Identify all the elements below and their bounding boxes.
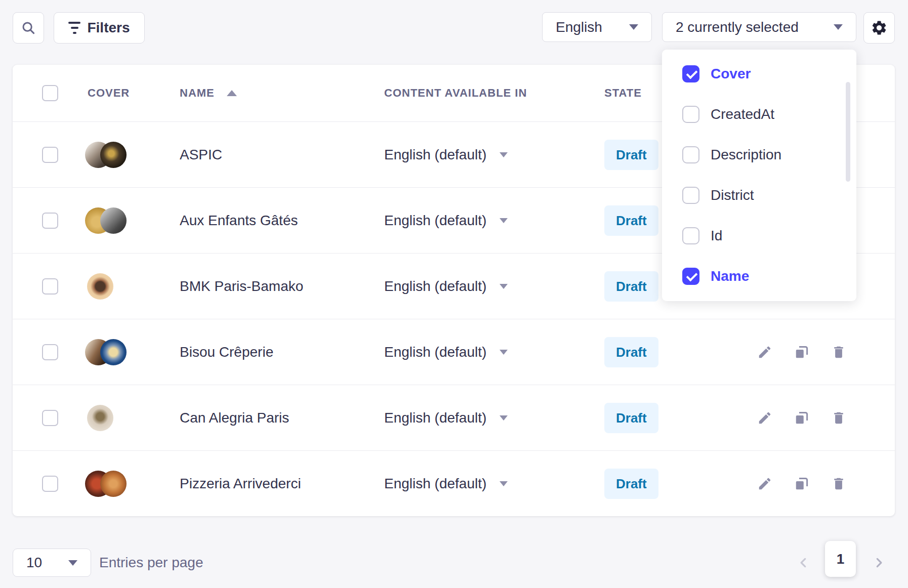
row-checkbox[interactable]: [42, 410, 58, 426]
cover-avatars: [85, 273, 128, 300]
locale-value: English (default): [384, 344, 486, 360]
pencil-icon: [757, 410, 772, 426]
status-badge: Draft: [604, 403, 658, 433]
row-checkbox[interactable]: [42, 344, 58, 360]
settings-button[interactable]: [863, 12, 895, 44]
trash-icon: [831, 345, 846, 360]
cover-avatar: [100, 207, 127, 234]
chevron-down-icon: [834, 24, 843, 30]
checkbox[interactable]: [682, 227, 699, 244]
filters-button-label: Filters: [87, 20, 130, 36]
page-1-button[interactable]: 1: [825, 541, 856, 577]
locale-select[interactable]: English (default): [384, 213, 508, 229]
dropdown-item-label: Name: [711, 268, 749, 284]
checkbox[interactable]: [682, 268, 699, 285]
row-checkbox[interactable]: [42, 476, 58, 492]
table-row[interactable]: Bisou Crêperie English (default) Draft: [13, 319, 895, 385]
entry-name: Can Alegria Paris: [180, 410, 289, 426]
select-all-checkbox[interactable]: [42, 85, 58, 101]
dropdown-item-label: Id: [711, 228, 722, 244]
search-button[interactable]: [13, 12, 44, 44]
cover-avatar: [87, 405, 113, 431]
status-badge: Draft: [604, 469, 658, 499]
cover-avatars: [85, 207, 128, 234]
locale-value: English (default): [384, 476, 486, 492]
trash-icon: [831, 410, 846, 426]
checkbox[interactable]: [682, 146, 699, 163]
dropdown-item-createdat[interactable]: CreatedAt: [662, 94, 856, 135]
locale-select[interactable]: English (default): [384, 344, 508, 360]
pencil-icon: [757, 345, 772, 360]
checkbox[interactable]: [682, 106, 699, 123]
cover-avatars: [85, 339, 128, 365]
chevron-down-icon: [500, 152, 508, 157]
entry-name: Aux Enfants Gâtés: [180, 213, 298, 229]
edit-button[interactable]: [757, 344, 773, 360]
chevron-down-icon: [500, 350, 508, 355]
column-header-state: STATE: [604, 87, 642, 100]
chevron-left-icon: [797, 556, 810, 569]
dropdown-item-description[interactable]: Description: [662, 135, 856, 175]
columns-select[interactable]: 2 currently selected: [662, 12, 856, 42]
duplicate-button[interactable]: [794, 476, 810, 492]
row-checkbox[interactable]: [42, 278, 58, 295]
copy-icon: [794, 476, 809, 491]
table-row[interactable]: Pizzeria Arrivederci English (default) D…: [13, 450, 895, 516]
dropdown-item-name[interactable]: Name: [662, 256, 856, 297]
sort-ascending-icon[interactable]: [227, 90, 237, 96]
cover-avatar: [100, 471, 127, 497]
status-badge: Draft: [604, 140, 658, 170]
chevron-down-icon: [500, 284, 508, 289]
copy-icon: [794, 345, 809, 360]
checkbox[interactable]: [682, 65, 699, 82]
column-header-content-available-in: CONTENT AVAILABLE IN: [384, 87, 527, 100]
locale-value: English (default): [384, 147, 486, 163]
locale-select[interactable]: English (default): [384, 147, 508, 163]
row-checkbox[interactable]: [42, 213, 58, 229]
edit-button[interactable]: [757, 410, 773, 426]
search-icon: [21, 20, 36, 35]
entry-name: Bisou Crêperie: [180, 344, 273, 360]
entry-name: BMK Paris-Bamako: [180, 278, 303, 295]
duplicate-button[interactable]: [794, 410, 810, 426]
locale-select[interactable]: English (default): [384, 278, 508, 295]
delete-button[interactable]: [831, 410, 847, 426]
locale-value: English (default): [384, 213, 486, 229]
table-row[interactable]: Can Alegria Paris English (default) Draf…: [13, 385, 895, 450]
edit-button[interactable]: [757, 476, 773, 492]
chevron-down-icon: [629, 24, 638, 30]
page-size-select[interactable]: 10: [13, 549, 91, 577]
previous-page-button[interactable]: [793, 552, 815, 574]
status-badge: Draft: [604, 337, 658, 367]
cover-avatars: [85, 405, 128, 431]
locale-select[interactable]: English (default): [384, 410, 508, 426]
dropdown-item-label: District: [711, 187, 754, 203]
gear-icon: [871, 19, 888, 36]
language-select[interactable]: English: [542, 12, 652, 42]
dropdown-item-label: Description: [711, 147, 781, 163]
filters-button[interactable]: Filters: [54, 12, 145, 44]
next-page-button[interactable]: [868, 552, 890, 574]
chevron-down-icon: [500, 481, 508, 486]
locale-value: English (default): [384, 410, 486, 426]
columns-dropdown-panel: Cover CreatedAt Description District Id …: [662, 50, 856, 301]
checkbox[interactable]: [682, 187, 699, 204]
scrollbar[interactable]: [846, 82, 850, 182]
delete-button[interactable]: [831, 476, 847, 492]
dropdown-item-id[interactable]: Id: [662, 216, 856, 256]
copy-icon: [794, 410, 809, 426]
row-checkbox[interactable]: [42, 147, 58, 163]
chevron-right-icon: [872, 556, 885, 569]
columns-select-value: 2 currently selected: [676, 19, 799, 35]
column-header-cover: COVER: [88, 87, 130, 100]
chevron-down-icon: [500, 218, 508, 223]
duplicate-button[interactable]: [794, 344, 810, 360]
entries-per-page-label: Entries per page: [99, 549, 203, 577]
locale-select[interactable]: English (default): [384, 476, 508, 492]
dropdown-item-cover[interactable]: Cover: [662, 54, 856, 94]
column-header-name[interactable]: NAME: [180, 87, 215, 100]
cover-avatar: [100, 142, 127, 168]
dropdown-item-district[interactable]: District: [662, 175, 856, 216]
status-badge: Draft: [604, 205, 658, 236]
delete-button[interactable]: [831, 344, 847, 360]
